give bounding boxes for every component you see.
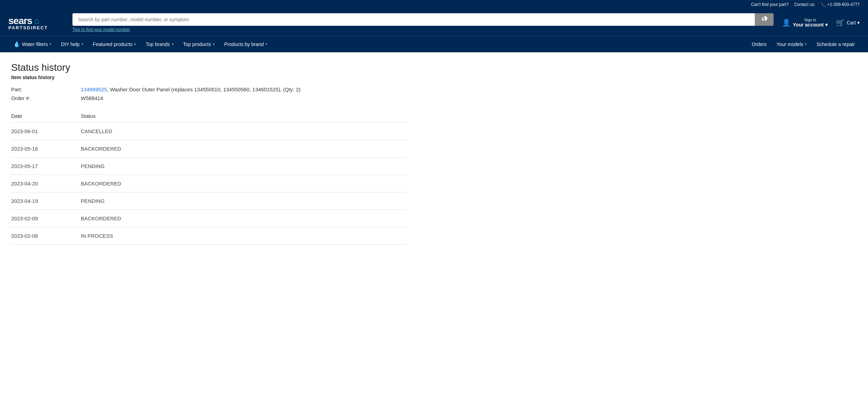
page-subtitle: Item status history: [11, 75, 407, 80]
part-label: Part:: [11, 86, 81, 92]
nav-item-diy-help[interactable]: DIY help ▾: [56, 37, 88, 52]
row-status: BACKORDERED: [81, 215, 121, 221]
search-box: [72, 13, 774, 26]
row-date: 2023-02-08: [11, 233, 81, 239]
nav-item-products-by-brand[interactable]: Products by brand ▾: [219, 37, 272, 52]
account-label: Sign in Your account ▾: [793, 18, 827, 28]
nav-item-orders[interactable]: Orders: [747, 37, 772, 52]
row-date: 2023-04-20: [11, 181, 81, 186]
row-date: 2023-06-01: [11, 128, 81, 134]
table-header: Date Status: [11, 109, 407, 123]
part-row: Part: 134999525, Washer Door Outer Panel…: [11, 86, 407, 92]
nav-right: Orders Your models ▾ Schedule a repair: [747, 37, 860, 52]
chevron-down-icon: ▾: [213, 42, 215, 46]
search-input[interactable]: [72, 13, 755, 26]
col-status-header: Status: [81, 113, 96, 119]
account-icon: 👤: [782, 18, 791, 27]
nav-item-top-products[interactable]: Top products ▾: [178, 37, 219, 52]
nav-item-top-brands[interactable]: Top brands ▾: [141, 37, 178, 52]
tips-link[interactable]: Tips to find your model number: [72, 27, 774, 32]
phone-icon: 📞: [821, 2, 826, 7]
part-value: 134999525, Washer Door Outer Panel (repl…: [81, 86, 301, 92]
search-icon: [761, 16, 767, 23]
chevron-down-icon: ▾: [134, 42, 136, 46]
table-row: 2023-05-17 PENDING: [11, 158, 407, 175]
phone-number[interactable]: 📞 +1-309-603-4777: [821, 2, 860, 7]
row-status: BACKORDERED: [81, 181, 121, 186]
table-row: 2023-05-18 BACKORDERED: [11, 140, 407, 158]
row-date: 2023-04-19: [11, 198, 81, 204]
search-button[interactable]: [755, 13, 774, 26]
table-row: 2023-02-09 BACKORDERED: [11, 210, 407, 227]
water-icon: 💧: [13, 41, 20, 47]
chevron-down-icon: ▾: [265, 42, 267, 46]
chevron-down-icon: ▾: [172, 42, 173, 46]
account-area: 👤 Sign in Your account ▾ 🛒 Cart ▾: [782, 18, 860, 28]
table-row: 2023-04-20 BACKORDERED: [11, 175, 407, 192]
row-date: 2023-05-17: [11, 163, 81, 169]
row-status: BACKORDERED: [81, 146, 121, 152]
cart-icon: 🛒: [836, 18, 845, 27]
page-title: Status history: [11, 62, 407, 73]
main-content: Status history Item status history Part:…: [0, 52, 418, 254]
row-status: PENDING: [81, 198, 104, 204]
search-area: Tips to find your model number: [72, 13, 774, 32]
logo-sub: PARTSDIRECT: [8, 25, 48, 30]
header: sears ⌂ PARTSDIRECT Tips to find your mo…: [0, 9, 868, 36]
contact-label: Contact us:: [794, 2, 815, 7]
row-date: 2023-02-09: [11, 215, 81, 221]
nav-item-schedule-repair[interactable]: Schedule a repair: [812, 37, 860, 52]
account-button[interactable]: 👤 Sign in Your account ▾: [782, 18, 827, 28]
top-bar: Can't find your part? Contact us: 📞 +1-3…: [0, 0, 868, 9]
row-status: IN PROCESS: [81, 233, 113, 239]
chevron-down-icon: ▾: [805, 42, 807, 46]
table-row: 2023-02-08 IN PROCESS: [11, 227, 407, 245]
nav-bar: 💧 Water filters ▾ DIY help ▾ Featured pr…: [0, 36, 868, 52]
row-date: 2023-05-18: [11, 146, 81, 152]
home-icon: ⌂: [34, 16, 39, 26]
nav-left: 💧 Water filters ▾ DIY help ▾ Featured pr…: [8, 36, 747, 52]
part-number-link[interactable]: 134999525: [81, 86, 107, 92]
cant-find-text: Can't find your part?: [751, 2, 789, 7]
status-table: Date Status 2023-06-01 CANCELLED 2023-05…: [11, 109, 407, 245]
part-description: , Washer Door Outer Panel (replaces 1345…: [107, 86, 301, 92]
row-status: PENDING: [81, 163, 104, 169]
logo[interactable]: sears ⌂ PARTSDIRECT: [8, 15, 64, 30]
order-row: Order #: W568414: [11, 95, 407, 101]
nav-item-water-filters[interactable]: 💧 Water filters ▾: [8, 36, 56, 52]
cart-button[interactable]: 🛒 Cart ▾: [836, 18, 860, 27]
table-row: 2023-04-19 PENDING: [11, 192, 407, 210]
table-rows: 2023-06-01 CANCELLED 2023-05-18 BACKORDE…: [11, 123, 407, 245]
chevron-down-icon: ▾: [49, 42, 51, 46]
nav-item-your-models[interactable]: Your models ▾: [772, 37, 812, 52]
order-number: W568414: [81, 95, 103, 101]
col-date-header: Date: [11, 113, 81, 119]
row-status: CANCELLED: [81, 128, 112, 134]
table-row: 2023-06-01 CANCELLED: [11, 123, 407, 140]
nav-item-featured-products[interactable]: Featured products ▾: [88, 37, 141, 52]
order-label: Order #:: [11, 95, 81, 101]
chevron-down-icon: ▾: [82, 42, 83, 46]
